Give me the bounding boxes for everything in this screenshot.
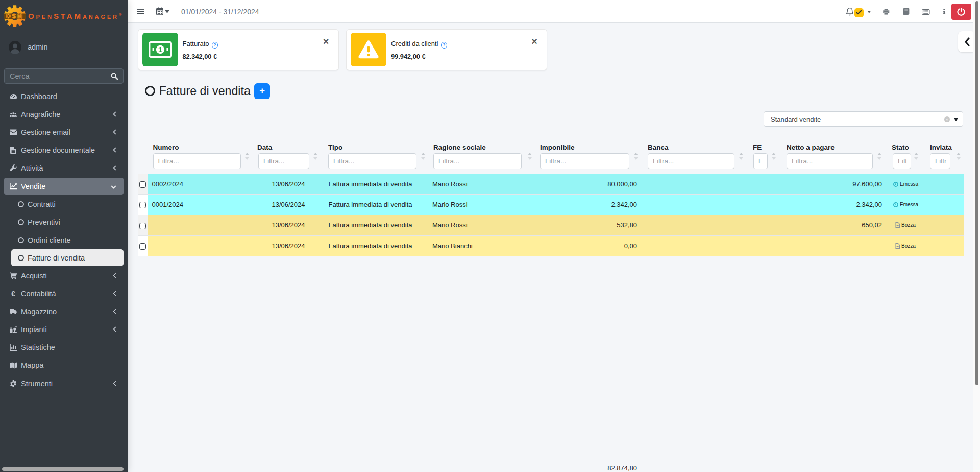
svg-text:OSM: OSM bbox=[6, 13, 23, 20]
svg-text:1: 1 bbox=[158, 45, 162, 54]
